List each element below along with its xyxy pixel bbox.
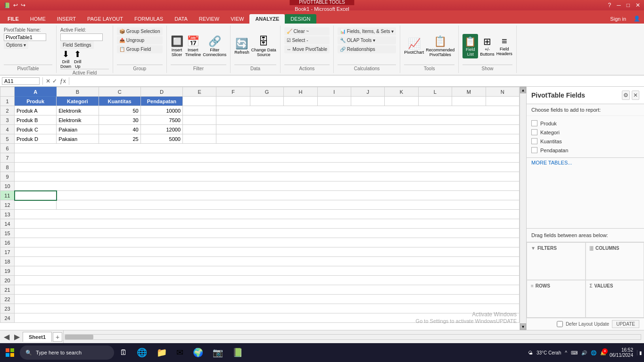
defer-layout-checkbox[interactable] (557, 321, 563, 327)
col-header-A[interactable]: A (15, 87, 57, 97)
cancel-icon[interactable]: ✕ (46, 78, 50, 84)
tab-page-layout[interactable]: PAGE LAYOUT (82, 14, 129, 24)
cell-B5[interactable]: Pakaian (57, 134, 99, 144)
edge-button[interactable]: 🌐 (133, 344, 151, 361)
close-btn[interactable]: ✕ (636, 2, 640, 8)
tab-view[interactable]: VIEW (225, 14, 249, 24)
name-box[interactable] (2, 77, 40, 85)
col-header-G[interactable]: G (250, 87, 283, 97)
insert-slicer-button[interactable]: 🔲 InsertSlicer (171, 35, 183, 57)
field-checkbox-produk[interactable] (531, 120, 537, 126)
field-checkbox-pendapatan[interactable] (531, 147, 537, 153)
cell-A11[interactable] (15, 191, 57, 200)
pivot-fields-settings-btn[interactable]: ⚙ (622, 90, 630, 100)
photo-button[interactable]: 📷 (209, 344, 227, 361)
field-checkbox-kuantitas[interactable] (531, 138, 537, 144)
tab-data[interactable]: DATA (169, 14, 193, 24)
cell-D5[interactable]: 5000 (140, 134, 182, 144)
redo-icon[interactable]: ↪ (21, 2, 25, 8)
cell-N1[interactable] (486, 97, 519, 106)
field-headers-button[interactable]: ≡ FieldHeaders (496, 36, 512, 56)
cell-F1[interactable] (216, 97, 250, 106)
scroll-up-btn[interactable]: ▲ (520, 87, 526, 93)
filter-connections-button[interactable]: 🔗 FilterConnections (203, 35, 226, 57)
field-settings-button[interactable]: Field Settings (60, 41, 94, 49)
cell-A12[interactable] (15, 200, 57, 210)
tab-formulas[interactable]: FORMULAS (129, 14, 169, 24)
cell-B1[interactable]: Kategori (57, 97, 99, 106)
cell-K1[interactable] (385, 97, 418, 106)
select-button[interactable]: ☑ Select - (284, 36, 330, 44)
relationships-button[interactable]: 🔗 Relationships (338, 45, 396, 53)
cell-C1[interactable]: Kuantitas (99, 97, 140, 106)
sheet-scroll-right[interactable]: ▶ (12, 332, 22, 341)
options-button[interactable]: Options ▾ (4, 41, 28, 49)
col-header-J[interactable]: J (351, 87, 384, 97)
pivottable-name-input[interactable] (4, 33, 46, 41)
tab-analyze[interactable]: ANALYZE (249, 14, 285, 24)
tab-review[interactable]: REVIEW (193, 14, 225, 24)
col-header-B[interactable]: B (57, 87, 99, 97)
cell-C2[interactable]: 50 (99, 106, 140, 115)
scroll-track[interactable] (520, 93, 526, 323)
task-view-button[interactable]: 🗓 (116, 344, 131, 361)
cell-E1[interactable] (183, 97, 216, 106)
olap-tools-button[interactable]: 🔧 OLAP Tools ▾ (338, 36, 396, 44)
help-btn[interactable]: ? (608, 2, 611, 8)
files-button[interactable]: 📁 (153, 344, 171, 361)
vertical-scrollbar[interactable]: ▲ ▼ (520, 87, 526, 330)
minimize-btn[interactable]: ─ (617, 2, 621, 8)
cell-A2[interactable]: Produk A (15, 106, 57, 115)
clear-button[interactable]: 🧹 Clear ~ (284, 27, 330, 35)
cell-L1[interactable] (418, 97, 452, 106)
group-field-button[interactable]: 📋 Group Field (117, 45, 163, 53)
area-columns[interactable]: ||| COLUMNS (586, 242, 644, 280)
cell-E3[interactable] (183, 115, 216, 125)
tab-design[interactable]: DESIGN (285, 14, 316, 24)
sheet-scroll-left[interactable]: ◀ (2, 332, 11, 341)
col-header-K[interactable]: K (385, 87, 418, 97)
col-header-D[interactable]: D (140, 87, 182, 97)
cell-M1[interactable] (452, 97, 486, 106)
cell-A5[interactable]: Produk D (15, 134, 57, 144)
cell-G1[interactable] (250, 97, 283, 106)
insert-function-icon[interactable]: ƒx (60, 78, 66, 84)
formula-input[interactable] (72, 78, 642, 84)
area-rows[interactable]: ≡ ROWS (527, 280, 586, 318)
chevron-up-icon[interactable]: ^ (565, 350, 567, 355)
chrome-button[interactable]: 🌍 (189, 344, 207, 361)
cell-D4[interactable]: 12000 (140, 125, 182, 134)
cell-H1[interactable] (284, 97, 317, 106)
sign-in[interactable]: Sign in (606, 14, 630, 24)
change-data-source-button[interactable]: 🗄 Change DataSource (251, 35, 276, 57)
show-desktop-btn[interactable]: ▮ (637, 350, 642, 355)
col-header-L[interactable]: L (418, 87, 452, 97)
col-header-C[interactable]: C (99, 87, 140, 97)
cell-D2[interactable]: 10000 (140, 106, 182, 115)
mail-button[interactable]: ✉ (173, 344, 187, 361)
cell-D1[interactable]: Pendapatan (140, 97, 182, 106)
plus-minus-buttons-button[interactable]: ⊞ +/-Buttons (480, 36, 495, 57)
confirm-icon[interactable]: ✓ (52, 78, 57, 84)
keyboard-icon[interactable]: ⌨ (571, 350, 578, 355)
col-header-N[interactable]: N (486, 87, 519, 97)
sheet-tab-sheet1[interactable]: Sheet1 (23, 332, 52, 342)
cell-C3[interactable]: 30 (99, 115, 140, 125)
start-button[interactable] (2, 344, 18, 361)
cell-B3[interactable]: Elektronik (57, 115, 99, 125)
tab-home[interactable]: HOME (25, 14, 51, 24)
more-tables-link[interactable]: MORE TABLES... (527, 158, 644, 167)
search-bar[interactable]: 🔍 Type here to search (20, 346, 114, 360)
col-header-I[interactable]: I (317, 87, 351, 97)
undo-icon[interactable]: ↩ (13, 2, 18, 8)
insert-timeline-button[interactable]: 📅 InsertTimeline (185, 35, 201, 57)
tab-file[interactable]: FILE (2, 14, 25, 24)
move-pivottable-button[interactable]: ↔ Move PivotTable (284, 45, 330, 53)
cell-D3[interactable]: 7500 (140, 115, 182, 125)
area-filters[interactable]: ▼ FILTERS (527, 242, 586, 280)
cell-C5[interactable]: 25 (99, 134, 140, 144)
cell-A1[interactable]: Produk (15, 97, 57, 106)
drill-up-button[interactable]: ⬆ Drill Up (74, 49, 82, 69)
tab-insert[interactable]: INSERT (51, 14, 82, 24)
col-header-H[interactable]: H (284, 87, 317, 97)
